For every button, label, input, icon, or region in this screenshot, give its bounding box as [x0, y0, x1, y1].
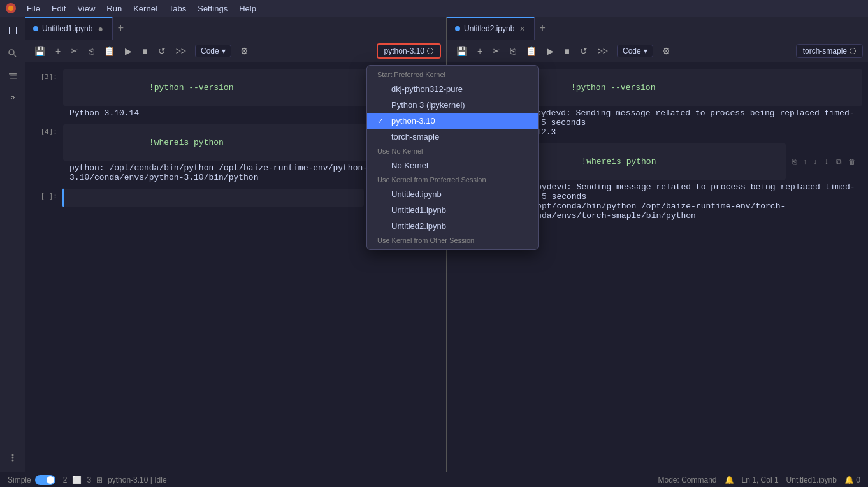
notebooks-area: Untitled1.ipynb ● + 💾 + ✂ ⎘ 📋 ▶ ■ ↺ >> — [25, 17, 868, 472]
session-untitled1-label: Untitled1.ipynb — [391, 205, 446, 215]
status-kernel-info: python-3.10 | Idle — [108, 476, 167, 484]
left-tab-untitled1[interactable]: Untitled1.ipynb ● — [25, 17, 113, 40]
kernel-python310-label: python-3.10 — [391, 116, 435, 126]
status-notifications[interactable]: 🔔 0 — [844, 476, 860, 484]
section-no-kernel: Use No Kernel — [367, 145, 538, 157]
right-paste-btn[interactable]: 📋 — [522, 44, 540, 58]
session-option-untitled[interactable]: Untitled.ipynb — [367, 186, 538, 202]
right-copy-cell-btn[interactable]: ⎘ — [790, 156, 799, 168]
kernel-name-right: torch-smaple — [803, 47, 847, 55]
right-copy-btn[interactable]: ⎘ — [507, 44, 519, 58]
right-cell-content-1: !python --version 52.93s - pydevd: Sendi… — [484, 69, 863, 140]
right-tab-label: Untitled2.ipynb — [464, 24, 514, 33]
kernel-dkj-label: dkj-python312-pure — [391, 84, 463, 94]
right-add-cell-btn[interactable]: + — [474, 44, 486, 58]
right-stop-btn[interactable]: ■ — [560, 44, 573, 58]
stop-btn[interactable]: ■ — [138, 44, 151, 58]
cut-btn[interactable]: ✂ — [67, 44, 82, 58]
right-tab-untitled2[interactable]: Untitled2.ipynb × — [447, 17, 535, 40]
status-notebook: Untitled1.ipynb — [786, 476, 837, 484]
right-move-down-btn[interactable]: ↓ — [811, 156, 820, 168]
status-ln-col: Ln 1, Col 1 — [742, 476, 779, 484]
left-tab-close[interactable]: ● — [96, 22, 104, 35]
right-delete-cell-btn[interactable]: 🗑 — [846, 156, 858, 168]
restart-btn[interactable]: ↺ — [154, 44, 170, 58]
check-untitled2 — [377, 222, 386, 231]
session-option-untitled2[interactable]: Untitled2.ipynb — [367, 218, 538, 234]
menu-tabs[interactable]: Tabs — [164, 3, 191, 15]
mode-toggle[interactable]: Simple — [8, 475, 55, 485]
copy-btn[interactable]: ⎘ — [85, 44, 98, 58]
check-dkj — [377, 85, 386, 94]
session-option-untitled1[interactable]: Untitled1.ipynb — [367, 202, 538, 218]
menu-run[interactable]: Run — [101, 3, 127, 15]
kernel-option-torch[interactable]: torch-smaple — [367, 129, 538, 145]
right-save-cell-btn[interactable]: ⤓ — [821, 156, 832, 168]
status-col2: 3 — [87, 476, 91, 484]
svg-point-7 — [11, 454, 13, 456]
status-sep1: ⬜ — [72, 476, 82, 484]
right-tab-dot — [455, 26, 460, 31]
menu-help[interactable]: Help — [234, 3, 261, 15]
status-col1: 2 — [63, 476, 68, 484]
cell-number-2: [4]: — [31, 124, 62, 136]
sidebar-icon-extensions[interactable] — [4, 91, 22, 108]
kernel-option-python310[interactable]: ✓ python-3.10 — [367, 113, 538, 129]
svg-point-9 — [11, 460, 13, 462]
cell-input-3[interactable] — [64, 189, 364, 207]
cell-number-3: [ ]: — [31, 188, 62, 200]
sidebar-icon-more[interactable] — [4, 449, 22, 467]
right-cut-btn[interactable]: ✂ — [489, 44, 504, 58]
right-run-btn[interactable]: ▶ — [543, 44, 558, 58]
cell-type-select[interactable]: Code ▾ — [195, 45, 231, 57]
right-cell-type-label: Code — [623, 47, 641, 55]
kernel-selector-btn-left[interactable]: python-3.10 — [377, 43, 441, 59]
mode-label: Simple — [8, 476, 31, 484]
sidebar-icon-search[interactable] — [4, 45, 22, 62]
left-tab-add[interactable]: + — [113, 20, 129, 36]
sidebar-icon-files[interactable] — [4, 22, 22, 40]
kernel-status-circle-left — [427, 48, 433, 54]
status-mode: Mode: Command — [658, 476, 716, 484]
right-cell-input-1[interactable]: !python --version — [485, 69, 862, 106]
save-btn[interactable]: 💾 — [31, 44, 49, 58]
kernel-status-circle-right — [850, 48, 856, 54]
run-btn[interactable]: ▶ — [121, 44, 136, 58]
add-cell-btn[interactable]: + — [52, 44, 64, 58]
kernel-option-none[interactable]: No Kernel — [367, 157, 538, 173]
right-more-cell-btn[interactable]: ⧉ — [834, 156, 844, 168]
kernel-ipykernel-label: Python 3 (ipykernel) — [391, 100, 465, 110]
kernel-selector-btn-right[interactable]: torch-smaple — [796, 44, 863, 58]
kernel-name-left: python-3.10 — [384, 47, 424, 55]
right-tab-close[interactable]: × — [518, 22, 526, 35]
menu-view[interactable]: View — [72, 3, 100, 15]
restart-run-btn[interactable]: >> — [172, 44, 190, 58]
status-bar: Simple 2 ⬜ 3 ⊞ python-3.10 | Idle Mode: … — [0, 472, 868, 487]
menu-kernel[interactable]: Kernel — [128, 3, 163, 15]
kernel-option-ipykernel[interactable]: Python 3 (ipykernel) — [367, 97, 538, 113]
right-tab-add[interactable]: + — [535, 20, 551, 36]
right-cell-type-select[interactable]: Code ▾ — [617, 45, 653, 57]
paste-btn[interactable]: 📋 — [100, 44, 119, 58]
svg-point-2 — [9, 50, 14, 55]
right-settings-btn[interactable]: ⚙ — [658, 44, 674, 58]
menu-edit[interactable]: Edit — [47, 3, 71, 15]
right-move-up-btn[interactable]: ↑ — [800, 156, 809, 168]
svg-rect-5 — [10, 76, 17, 77]
svg-line-3 — [13, 55, 16, 57]
toggle-thumb — [47, 476, 54, 484]
kernel-dropdown-menu[interactable]: Start Preferred Kernel dkj-python312-pur… — [366, 65, 539, 250]
menu-settings[interactable]: Settings — [192, 3, 233, 15]
sidebar-icon-outline[interactable] — [4, 68, 22, 85]
app-body: Untitled1.ipynb ● + 💾 + ✂ ⎘ 📋 ▶ ■ ↺ >> — [0, 17, 868, 472]
check-untitled1 — [377, 206, 386, 215]
toggle-track[interactable] — [35, 475, 55, 485]
right-restart-run-btn[interactable]: >> — [594, 44, 612, 58]
kernel-option-dkj[interactable]: dkj-python312-pure — [367, 81, 538, 97]
status-bell[interactable]: 🔔 — [725, 476, 734, 484]
menu-file[interactable]: File — [22, 3, 45, 15]
right-restart-btn[interactable]: ↺ — [576, 44, 591, 58]
settings-btn[interactable]: ⚙ — [236, 44, 252, 58]
right-save-btn[interactable]: 💾 — [452, 44, 471, 58]
status-right: Mode: Command 🔔 Ln 1, Col 1 Untitled1.ip… — [658, 476, 860, 484]
